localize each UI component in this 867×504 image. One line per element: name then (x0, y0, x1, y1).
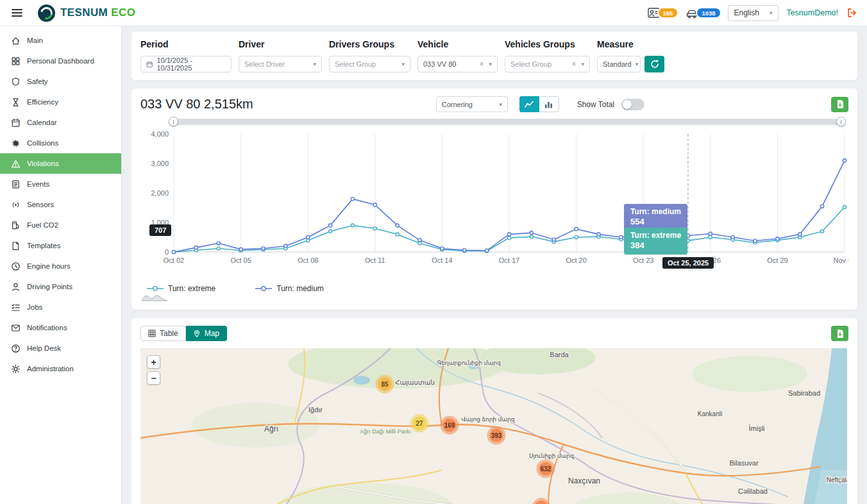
drivers-count[interactable]: 165 (647, 6, 678, 19)
sidebar-item-driving-points[interactable]: Driving Points (0, 276, 121, 297)
period-input[interactable]: 10/1/2025 - 10/31/2025 (140, 56, 231, 72)
svg-text:Oct 05: Oct 05 (230, 256, 251, 264)
sidebar-item-label: Templates (27, 242, 60, 249)
datazoom-handle-right[interactable] (836, 117, 846, 126)
drivers-count-badge: 165 (659, 8, 678, 17)
jobs-icon (11, 303, 21, 312)
zoom-in-button[interactable]: + (147, 355, 160, 369)
map-place-label: Ağrı (264, 424, 278, 433)
measure-select[interactable]: Standard ▾ (597, 56, 641, 72)
legend-item-turn-extreme[interactable]: Turn: extreme (147, 284, 215, 293)
sidebar-item-fuel-co2[interactable]: Fuel CO2 (0, 215, 121, 235)
map-export-button[interactable] (831, 326, 848, 341)
vehicle-select[interactable]: 033 VV 80 × ▾ (417, 56, 498, 72)
bar-chart-button[interactable] (539, 96, 559, 112)
clear-icon[interactable]: × (571, 60, 576, 69)
vehicles-count[interactable]: 1038 (685, 6, 720, 19)
map-cluster-marker[interactable]: 393 (487, 426, 506, 445)
sidebar-item-main[interactable]: Main (0, 30, 121, 51)
sidebar-item-label: Driving Points (27, 283, 72, 290)
sidebar-item-sensors[interactable]: Sensors (0, 194, 121, 215)
events-icon (11, 180, 21, 189)
chart-plot[interactable]: Oct 02Oct 05Oct 08Oct 11Oct 14Oct 17Oct … (140, 126, 848, 279)
svg-text:Oct 08: Oct 08 (298, 256, 318, 264)
sidebar-item-administration[interactable]: Administration (0, 358, 121, 379)
map-place-label: Naxçıvan (568, 476, 600, 485)
refresh-button[interactable] (644, 56, 664, 72)
vehicles-groups-placeholder: Select Group (510, 60, 551, 68)
sidebar-item-label: Fuel CO2 (27, 221, 58, 229)
logout-icon[interactable] (846, 7, 858, 19)
sidebar-item-safety[interactable]: Safety (0, 71, 121, 92)
table-view-button[interactable]: Table (140, 326, 186, 341)
vehicle-value: 033 VV 80 (423, 60, 456, 68)
driver-select[interactable]: Select Driver ▾ (239, 56, 322, 72)
svg-text:Oct 29: Oct 29 (767, 256, 787, 264)
brand: TESNUM ECO (38, 4, 135, 22)
datazoom-handle-left[interactable] (169, 117, 178, 126)
language-select[interactable]: English ▾ (728, 5, 779, 21)
table-view-label: Table (160, 329, 178, 338)
map-view-button[interactable]: Map (186, 326, 227, 341)
svg-text:Oct 23: Oct 23 (633, 256, 653, 264)
chart-export-button[interactable] (831, 97, 848, 112)
sidebar-item-label: Safety (27, 78, 48, 85)
zoom-out-button[interactable]: − (147, 371, 160, 385)
show-total-label: Show Total (577, 100, 614, 109)
chevron-down-icon: ▾ (636, 61, 639, 67)
map-cluster-marker[interactable]: 632 (537, 460, 555, 478)
templates-icon (11, 241, 21, 251)
sidebar-item-efficiency[interactable]: Efficiency (0, 92, 121, 112)
sidebar-item-calendar[interactable]: Calendar (0, 112, 121, 133)
metric-select[interactable]: Cornering ▾ (436, 96, 508, 112)
chart-title: 033 VV 80 2,515km (140, 97, 253, 112)
map-view-label: Map (205, 329, 219, 338)
chart-card: 033 VV 80 2,515km Cornering ▾ Show Total (131, 88, 857, 310)
username[interactable]: TesnumDemo! (786, 8, 838, 17)
map-place-label: Neftçala (827, 476, 847, 483)
brand-name-primary: TESNUM (60, 6, 108, 19)
svg-text:3,000: 3,000 (151, 160, 169, 167)
legend-item-turn-medium[interactable]: Turn: medium (255, 284, 324, 293)
sidebar-item-violations[interactable]: Violations (0, 153, 121, 174)
show-total-toggle[interactable] (621, 99, 644, 110)
map-place-label: Sabirabad (788, 389, 820, 397)
map[interactable]: + − (140, 348, 848, 504)
map-card: Table Map + − (131, 318, 857, 504)
drivers-groups-select[interactable]: Select Group ▾ (329, 56, 410, 72)
sidebar-item-jobs[interactable]: Jobs (0, 297, 121, 317)
mail-icon (11, 323, 21, 333)
clear-icon[interactable]: × (479, 60, 484, 69)
map-place-label: Kankanli (698, 410, 722, 417)
shield-icon (11, 77, 21, 87)
tooltip-medium-name: Turn: medium (630, 207, 681, 217)
sidebar-item-help-desk[interactable]: Help Desk (0, 338, 121, 358)
map-place-label: İmişli (748, 424, 764, 432)
map-canvas[interactable]: BardaSabirabadKankanliİmişliBilasuvarNef… (140, 348, 847, 504)
svg-text:Oct 11: Oct 11 (365, 256, 385, 264)
vehicles-groups-select[interactable]: Select Group × ▾ (505, 56, 590, 72)
sidebar-item-label: Main (27, 37, 43, 44)
datazoom-slider[interactable] (170, 119, 845, 125)
sidebar-item-personal-dashboard[interactable]: Personal Dashboard (0, 51, 121, 71)
axis-pointer-date: Oct 25, 2025 (662, 257, 714, 269)
menu-toggle-icon[interactable] (9, 6, 25, 19)
map-place-label: Iğdır (308, 406, 323, 414)
datazoom-preview-icon (142, 292, 167, 302)
map-cluster-marker[interactable]: 169 (441, 416, 459, 435)
line-chart-button[interactable] (519, 96, 539, 112)
map-cluster-marker[interactable]: 27 (410, 414, 429, 433)
bar-chart-icon (544, 101, 553, 108)
sidebar-item-notifications[interactable]: Notifications (0, 317, 121, 338)
sidebar-item-events[interactable]: Events (0, 174, 121, 194)
refresh-icon (650, 60, 659, 69)
cluster-count: 169 (444, 422, 455, 429)
sidebar-item-engine-hours[interactable]: Engine hours (0, 256, 121, 276)
map-cluster-marker[interactable]: 85 (376, 375, 394, 394)
chevron-down-icon: ▾ (489, 61, 492, 67)
line-chart[interactable]: Oct 02Oct 05Oct 08Oct 11Oct 14Oct 17Oct … (140, 126, 848, 279)
sidebar-item-templates[interactable]: Templates (0, 235, 121, 256)
sidebar-item-collisions[interactable]: Collisions (0, 133, 121, 153)
filters-card: Period 10/1/2025 - 10/31/2025 Driver Sel… (131, 31, 857, 80)
cluster-count: 632 (541, 466, 551, 473)
